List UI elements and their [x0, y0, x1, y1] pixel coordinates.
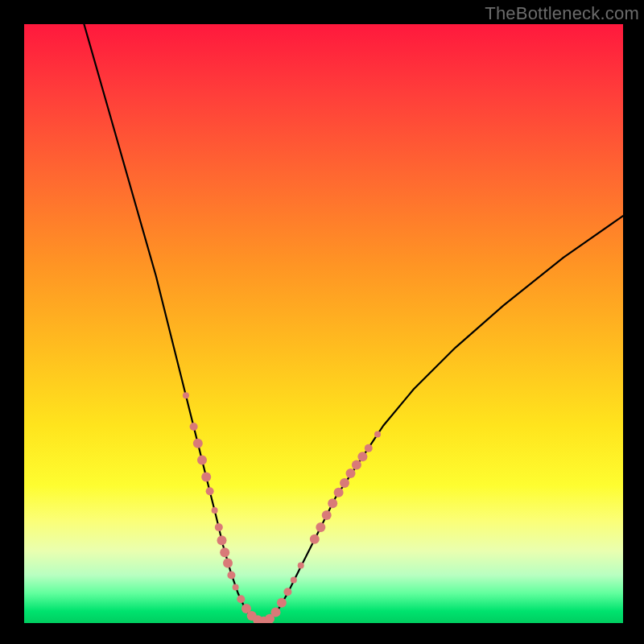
data-marker	[277, 598, 287, 608]
data-marker	[298, 563, 304, 569]
data-marker	[352, 460, 361, 470]
data-marker	[190, 423, 198, 431]
data-marker	[346, 469, 356, 478]
chart-svg	[24, 24, 623, 623]
data-marker	[201, 473, 211, 482]
data-marker	[217, 535, 227, 545]
data-marker	[283, 588, 291, 596]
data-marker	[374, 431, 381, 438]
chart-frame: TheBottleneck.com	[0, 0, 644, 644]
data-marker	[183, 392, 189, 398]
data-marker	[227, 572, 235, 580]
data-marker	[223, 559, 233, 568]
data-marker	[357, 452, 367, 461]
data-marker	[291, 576, 297, 583]
data-marker	[206, 487, 214, 495]
data-marker	[365, 444, 373, 452]
data-marker	[340, 478, 349, 488]
data-marker	[316, 522, 325, 532]
data-marker	[328, 498, 337, 508]
watermark-text: TheBottleneck.com	[485, 3, 639, 24]
data-marker	[310, 535, 320, 544]
data-marker	[215, 523, 223, 531]
data-marker	[237, 595, 245, 603]
bottleneck-curve	[84, 24, 623, 622]
data-marker	[193, 439, 203, 448]
data-marker	[220, 547, 229, 557]
data-marker	[233, 584, 239, 590]
data-marker	[271, 608, 281, 617]
data-marker	[334, 488, 344, 497]
plot-area	[24, 24, 623, 623]
data-marker	[322, 510, 332, 520]
data-marker	[197, 456, 207, 465]
data-marker	[212, 507, 218, 514]
